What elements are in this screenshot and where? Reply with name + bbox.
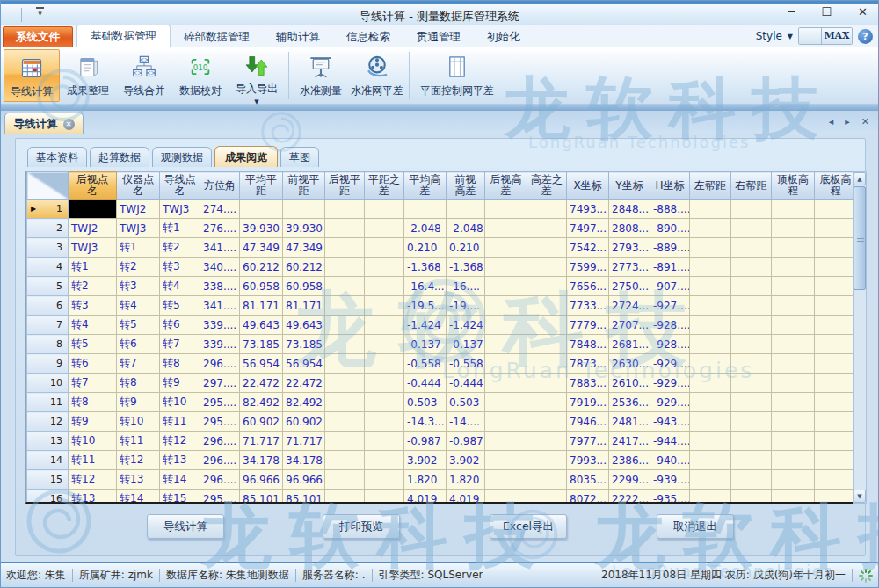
grid-cell[interactable] <box>485 277 527 296</box>
grid-cell[interactable]: 295.... <box>200 393 240 412</box>
grid-cell[interactable]: 3.902 <box>447 451 485 470</box>
grid-cell[interactable]: 7873... <box>567 354 609 374</box>
grid-cell[interactable]: 2848... <box>609 200 650 219</box>
grid-cell[interactable] <box>283 200 325 219</box>
scroll-down-icon[interactable]: ▼ <box>854 490 866 503</box>
grid-cell[interactable]: -2.048 <box>404 219 447 238</box>
grid-cell[interactable]: 转12 <box>69 470 117 490</box>
grid-cell[interactable] <box>815 335 854 354</box>
style-selector[interactable]: Style <box>756 30 782 42</box>
grid-cell[interactable] <box>485 374 527 393</box>
grid-cell[interactable] <box>527 374 567 393</box>
ribbon-item-8[interactable]: 水准网平差 <box>349 49 405 102</box>
grid-cell[interactable] <box>325 335 365 354</box>
grid-cell[interactable]: 60.212 <box>240 258 283 277</box>
grid-cell[interactable]: 2808... <box>609 219 650 238</box>
grid-cell[interactable] <box>690 296 731 316</box>
grid-cell[interactable]: -939.... <box>650 470 690 490</box>
grid-cell[interactable] <box>772 219 815 238</box>
grid-cell[interactable] <box>365 200 404 219</box>
grid-cell[interactable] <box>485 490 527 505</box>
grid-cell[interactable]: 85.101 <box>283 490 325 505</box>
grid-cell[interactable]: 7656... <box>567 277 609 296</box>
grid-cell[interactable] <box>365 258 404 277</box>
grid-cell[interactable] <box>325 200 365 219</box>
footer-button-4[interactable]: 取消退出 <box>657 514 734 539</box>
row-selector[interactable]: 12 <box>27 412 69 432</box>
minimize-button[interactable]: ─ <box>788 5 795 18</box>
grid-cell[interactable] <box>772 200 815 219</box>
grid-cell[interactable] <box>731 335 772 354</box>
grid-cell[interactable]: -0.987 <box>404 432 447 451</box>
column-header[interactable]: 方位角 <box>200 172 240 200</box>
sub-tab-5[interactable]: 草图 <box>280 147 319 167</box>
grid-cell[interactable]: -1.368 <box>447 258 485 277</box>
grid-cell[interactable]: -928.... <box>650 316 690 335</box>
grid-cell[interactable]: 转2 <box>160 238 200 258</box>
grid-cell[interactable]: 转10 <box>160 393 200 412</box>
grid-cell[interactable] <box>731 296 772 316</box>
grid-cell[interactable]: 2417... <box>609 432 650 451</box>
grid-cell[interactable]: 转11 <box>117 432 160 451</box>
grid-cell[interactable]: 34.178 <box>283 451 325 470</box>
grid-cell[interactable]: -940.... <box>650 451 690 470</box>
grid-cell[interactable]: -0.558 <box>404 354 447 374</box>
ribbon-item-3[interactable]: <><><>导线合并 <box>116 49 172 102</box>
style-dropdown-icon[interactable]: ▼ <box>788 33 793 40</box>
column-header[interactable]: 平均平距 <box>240 172 283 200</box>
grid-cell[interactable]: 转4 <box>117 296 160 316</box>
grid-cell[interactable]: 转14 <box>160 470 200 490</box>
grid-cell[interactable] <box>365 432 404 451</box>
grid-cell[interactable]: 1.820 <box>404 470 447 490</box>
grid-cell[interactable] <box>365 393 404 412</box>
grid-cell[interactable]: 2681... <box>609 335 650 354</box>
grid-cell[interactable] <box>772 470 815 490</box>
grid-cell[interactable] <box>325 354 365 374</box>
tab-scroll-left-icon[interactable]: ◂ <box>829 116 834 127</box>
row-selector[interactable]: 13 <box>27 432 69 451</box>
sub-tab-1[interactable]: 基本资料 <box>27 147 87 167</box>
grid-cell[interactable] <box>815 354 854 374</box>
grid-cell[interactable] <box>485 296 527 316</box>
row-selector[interactable]: 3 <box>27 238 69 258</box>
grid-cell[interactable]: -0.137 <box>404 335 447 354</box>
ribbon-tab-1[interactable]: 系统文件 <box>3 26 73 47</box>
grid-cell[interactable] <box>772 490 815 505</box>
tab-close-all-icon[interactable]: ✕ <box>861 116 869 127</box>
grid-cell[interactable]: 转10 <box>69 432 117 451</box>
grid-cell[interactable]: 39.930 <box>240 219 283 238</box>
ribbon-item-10[interactable]: 平面控制网平差 <box>413 49 501 102</box>
grid-cell[interactable] <box>325 316 365 335</box>
grid-cell[interactable] <box>527 470 567 490</box>
grid-cell[interactable] <box>325 258 365 277</box>
grid-cell[interactable]: 82.492 <box>283 393 325 412</box>
grid-cell[interactable] <box>731 432 772 451</box>
grid-cell[interactable]: 2386... <box>609 451 650 470</box>
grid-cell[interactable]: 转5 <box>117 316 160 335</box>
grid-cell[interactable] <box>527 277 567 296</box>
row-selector[interactable]: 14 <box>27 451 69 470</box>
grid-cell[interactable]: 49.643 <box>240 316 283 335</box>
grid-cell[interactable] <box>731 470 772 490</box>
grid-cell[interactable] <box>815 200 854 219</box>
row-selector[interactable]: 16 <box>27 490 69 505</box>
grid-cell[interactable]: 339.... <box>200 316 240 335</box>
grid-cell[interactable]: 295.... <box>200 412 240 432</box>
row-selector[interactable]: 7 <box>27 316 69 335</box>
grid-cell[interactable] <box>527 412 567 432</box>
grid-cell[interactable] <box>815 316 854 335</box>
grid-cell[interactable] <box>772 451 815 470</box>
column-header[interactable]: 右帮距 <box>731 172 772 200</box>
grid-cell[interactable]: -929.... <box>650 393 690 412</box>
grid-cell[interactable]: 7493... <box>567 200 609 219</box>
grid-cell[interactable]: 转8 <box>160 354 200 374</box>
grid-cell[interactable]: 转8 <box>117 374 160 393</box>
grid-cell[interactable] <box>815 277 854 296</box>
grid-cell[interactable]: -19.... <box>447 296 485 316</box>
grid-cell[interactable] <box>365 354 404 374</box>
grid-cell[interactable]: 341.... <box>200 296 240 316</box>
grid-cell[interactable] <box>325 374 365 393</box>
grid-cell[interactable]: 56.954 <box>240 354 283 374</box>
grid-cell[interactable]: 7733... <box>567 296 609 316</box>
grid-cell[interactable] <box>772 374 815 393</box>
